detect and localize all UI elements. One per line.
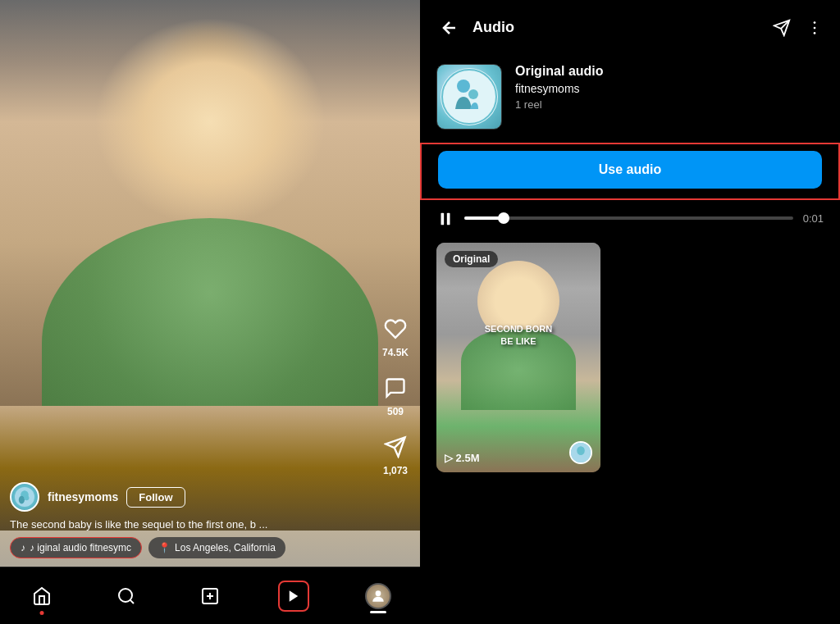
audio-artwork-svg xyxy=(441,68,498,125)
svg-rect-23 xyxy=(441,213,445,225)
reels-list: Original SECOND BORNBE LIKE ▷ 2.5M xyxy=(420,236,840,624)
audio-progress-bar[interactable] xyxy=(464,216,793,220)
comment-count: 509 xyxy=(387,406,404,417)
audio-progress-knob xyxy=(498,212,509,224)
reel-creator-avatar xyxy=(569,441,592,464)
reel-original-label: Original xyxy=(445,251,498,267)
use-audio-wrapper: Use audio xyxy=(420,143,840,200)
send-button[interactable] xyxy=(773,17,791,37)
add-icon xyxy=(200,586,220,606)
left-panel: 74.5K 509 1,073 xyxy=(0,0,420,624)
audio-location-row: ♪ ♪ iginal audio fitnesymc 📍 Los Angeles… xyxy=(10,537,361,558)
use-audio-button[interactable]: Use audio xyxy=(438,151,822,189)
audio-pill-text: ♪ iginal audio fitnesymc xyxy=(30,542,131,553)
audio-name: Original audio xyxy=(515,64,604,79)
like-button[interactable]: 74.5K xyxy=(381,314,410,358)
caption: The second baby is like the sequel to th… xyxy=(10,518,361,531)
nav-profile[interactable] xyxy=(358,576,399,617)
right-panel: Audio xyxy=(420,0,840,624)
reel-text-overlay: SECOND BORNBE LIKE xyxy=(445,323,592,348)
reel-thumbnail[interactable]: Original SECOND BORNBE LIKE ▷ 2.5M xyxy=(436,243,600,472)
avatar xyxy=(10,482,39,512)
more-options-button[interactable] xyxy=(806,17,824,37)
svg-point-6 xyxy=(119,589,132,602)
location-pill[interactable]: 📍 Los Angeles, California xyxy=(148,537,285,558)
svg-line-7 xyxy=(130,599,133,603)
svg-marker-11 xyxy=(290,590,299,602)
share-count: 1,073 xyxy=(383,465,408,476)
audio-info-section: Original audio fitnesymoms 1 reel xyxy=(420,54,840,143)
profile-avatar-icon xyxy=(370,588,386,604)
svg-point-17 xyxy=(814,27,816,30)
send-icon xyxy=(773,19,791,37)
nav-home[interactable] xyxy=(21,576,62,617)
svg-point-4 xyxy=(19,496,25,504)
audio-artwork xyxy=(436,64,502,130)
bottom-info: fitnesymoms Follow The second baby is li… xyxy=(0,482,371,558)
svg-point-20 xyxy=(457,80,470,93)
svg-point-5 xyxy=(24,495,29,500)
header-icons xyxy=(773,17,824,37)
action-buttons: 74.5K 509 1,073 xyxy=(381,314,410,476)
svg-point-18 xyxy=(814,32,816,34)
username: fitnesymoms xyxy=(48,490,118,503)
location-icon: 📍 xyxy=(158,542,171,553)
reels-icon xyxy=(286,589,301,604)
audio-reel-count: 1 reel xyxy=(515,98,604,111)
audio-creator: fitnesymoms xyxy=(515,82,604,95)
reel-view-count: ▷ 2.5M xyxy=(445,452,480,464)
comment-icon xyxy=(381,373,410,403)
like-count: 74.5K xyxy=(382,347,409,358)
home-icon xyxy=(32,586,52,606)
audio-header: Audio xyxy=(420,0,840,54)
nav-search[interactable] xyxy=(106,576,147,617)
svg-point-12 xyxy=(375,590,381,596)
location-text: Los Angeles, California xyxy=(175,542,276,553)
nav-notification-dot xyxy=(40,611,44,615)
audio-player: 0:01 xyxy=(420,200,840,236)
back-arrow-icon xyxy=(440,18,459,38)
comment-button[interactable]: 509 xyxy=(381,373,410,417)
svg-point-16 xyxy=(814,21,816,24)
share-button[interactable]: 1,073 xyxy=(381,432,410,476)
audio-time: 0:01 xyxy=(803,212,824,225)
music-icon: ♪ xyxy=(21,542,25,553)
nav-add[interactable] xyxy=(189,576,231,617)
svg-point-21 xyxy=(468,89,478,99)
back-button[interactable] xyxy=(436,13,463,41)
audio-details: Original audio fitnesymoms 1 reel xyxy=(515,64,604,111)
pause-button[interactable] xyxy=(436,208,454,228)
follow-button[interactable]: Follow xyxy=(126,487,185,508)
heart-icon xyxy=(381,314,410,344)
nav-reels[interactable] xyxy=(273,576,314,617)
reels-box xyxy=(278,581,309,612)
search-icon xyxy=(116,586,136,606)
bottom-nav xyxy=(0,567,420,624)
audio-page-title: Audio xyxy=(472,19,763,36)
nav-active-indicator xyxy=(370,611,386,613)
user-row: fitnesymoms Follow xyxy=(10,482,361,512)
more-dots-icon xyxy=(806,19,824,37)
svg-point-26 xyxy=(577,446,585,455)
pause-icon xyxy=(436,210,454,228)
send-icon xyxy=(381,432,410,462)
svg-rect-24 xyxy=(447,213,450,225)
audio-pill[interactable]: ♪ ♪ iginal audio fitnesymc xyxy=(10,537,142,558)
